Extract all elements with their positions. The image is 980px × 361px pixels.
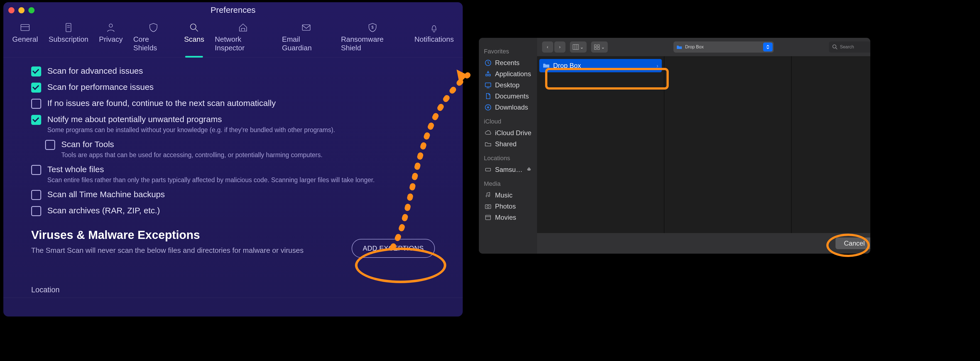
search-icon (832, 44, 838, 50)
checkbox-tm[interactable] (31, 190, 41, 200)
sidebar-item-desktop[interactable]: Desktop (482, 79, 534, 91)
svg-rect-14 (485, 168, 490, 171)
svg-rect-2 (66, 23, 71, 32)
desktop-icon (484, 81, 492, 89)
grid-icon (594, 44, 600, 50)
svg-rect-8 (302, 25, 310, 30)
opt-tm[interactable]: Scan all Time Machine backups (31, 189, 435, 200)
ransom-shield-icon: $ (367, 22, 378, 33)
zoom-window-button[interactable] (29, 7, 35, 13)
folder-dropbox[interactable]: Drop Box › (539, 59, 662, 72)
cancel-button[interactable]: Cancel (835, 238, 870, 249)
camera-icon (484, 203, 492, 210)
view-columns-button[interactable]: ⌄ (570, 41, 587, 52)
sidebar-item-recents[interactable]: Recents (482, 57, 534, 68)
titlebar: Preferences (3, 2, 463, 16)
checkbox-pup[interactable] (31, 115, 41, 125)
finder-window: Favorites Recents Applications Desktop D… (479, 38, 870, 253)
opt-archives[interactable]: Scan archives (RAR, ZIP, etc.) (31, 205, 435, 216)
tab-privacy[interactable]: Privacy (95, 20, 127, 57)
clock-icon (484, 59, 492, 66)
svg-rect-23 (597, 45, 600, 47)
shield-icon (148, 22, 159, 33)
tab-email[interactable]: Email Guardian (278, 20, 334, 57)
sidebar-header-media: Media (484, 180, 532, 187)
tab-ransomware[interactable]: $ Ransomware Shield (337, 20, 408, 57)
shared-folder-icon (484, 141, 492, 148)
pref-tabs: General Subscription Privacy Core Shield… (3, 16, 463, 58)
finder-search[interactable]: Search (829, 41, 870, 52)
film-icon (484, 214, 492, 221)
finder-toolbar: ‹ › ⌄ ⌄ Drop Box Search (537, 38, 870, 56)
updown-icon (766, 44, 770, 49)
checkbox-whole[interactable] (31, 165, 41, 175)
sidebar-item-applications[interactable]: Applications (482, 68, 534, 79)
sidebar-item-downloads[interactable]: Downloads (482, 102, 534, 113)
receipt-icon (63, 22, 74, 33)
tab-coreshields[interactable]: Core Shields (129, 20, 177, 57)
cloud-icon (484, 129, 492, 136)
path-caret[interactable] (763, 43, 773, 51)
opt-performance[interactable]: Scan for performance issues (31, 81, 435, 93)
opt-pup[interactable]: Notify me about potentially unwanted pro… (31, 114, 435, 134)
checkbox-tools[interactable] (45, 140, 55, 150)
nav-forward-button[interactable]: › (554, 41, 565, 52)
svg-rect-22 (594, 45, 597, 47)
opt-continue[interactable]: If no issues are found, continue to the … (31, 98, 435, 109)
eject-icon[interactable] (527, 166, 531, 174)
sidebar-item-music[interactable]: Music (482, 190, 534, 201)
finder-main: ‹ › ⌄ ⌄ Drop Box Search (537, 38, 870, 253)
svg-rect-0 (21, 24, 29, 31)
tab-scans[interactable]: Scans (180, 20, 208, 57)
drive-icon (484, 166, 492, 173)
chevron-right-icon: › (657, 63, 659, 69)
tab-network[interactable]: Network Inspector (211, 20, 275, 57)
finder-sidebar: Favorites Recents Applications Desktop D… (479, 38, 537, 253)
magnify-icon (189, 22, 199, 33)
document-icon (484, 93, 492, 100)
nav-back-button[interactable]: ‹ (542, 41, 553, 52)
sidebar-item-movies[interactable]: Movies (482, 212, 534, 223)
checkbox-continue[interactable] (31, 99, 41, 109)
sidebar-item-photos[interactable]: Photos (482, 201, 534, 212)
minimize-window-button[interactable] (18, 7, 24, 13)
tab-general[interactable]: General (8, 20, 42, 57)
sidebar-header-locations: Locations (484, 155, 532, 162)
tab-subscription[interactable]: Subscription (45, 20, 92, 57)
close-window-button[interactable] (8, 7, 14, 13)
svg-rect-11 (485, 83, 491, 87)
opt-whole[interactable]: Test whole files Scan entire files rathe… (31, 164, 435, 184)
svg-point-5 (109, 24, 113, 27)
add-exceptions-button[interactable]: ADD EXCEPTIONS (352, 239, 435, 258)
person-icon (105, 22, 116, 33)
svg-rect-19 (573, 44, 579, 49)
sidebar-item-shared[interactable]: Shared (482, 138, 534, 150)
opt-advanced[interactable]: Scan for advanced issues (31, 65, 435, 76)
finder-buttons: Cancel Open (537, 233, 870, 253)
columns-icon (573, 44, 579, 50)
finder-column-2 (664, 56, 792, 233)
exceptions-row: The Smart Scan will never scan the below… (31, 239, 435, 258)
traffic-lights (8, 7, 35, 13)
finder-columns: Drop Box › (537, 56, 870, 233)
folder-icon (676, 44, 682, 49)
download-icon (484, 104, 492, 111)
checkbox-performance[interactable] (31, 82, 41, 93)
window-title: Preferences (210, 5, 256, 15)
card-icon (20, 22, 30, 33)
bell-icon (429, 22, 439, 33)
tab-notifications[interactable]: Notifications (410, 20, 458, 57)
sidebar-item-icloud[interactable]: iCloud Drive (482, 127, 534, 138)
sidebar-item-documents[interactable]: Documents (482, 91, 534, 102)
svg-point-16 (487, 206, 489, 208)
exceptions-location-header: Location (3, 286, 463, 298)
checkbox-archives[interactable] (31, 206, 41, 216)
group-button[interactable]: ⌄ (591, 41, 608, 52)
apps-icon (484, 70, 492, 78)
path-dropdown[interactable]: Drop Box (673, 41, 774, 52)
sidebar-header-favorites: Favorites (484, 48, 532, 55)
opt-tools[interactable]: Scan for Tools Tools are apps that can b… (45, 139, 435, 159)
checkbox-advanced[interactable] (31, 66, 41, 76)
svg-rect-25 (597, 48, 600, 49)
sidebar-item-samsung[interactable]: Samsu (482, 164, 534, 175)
